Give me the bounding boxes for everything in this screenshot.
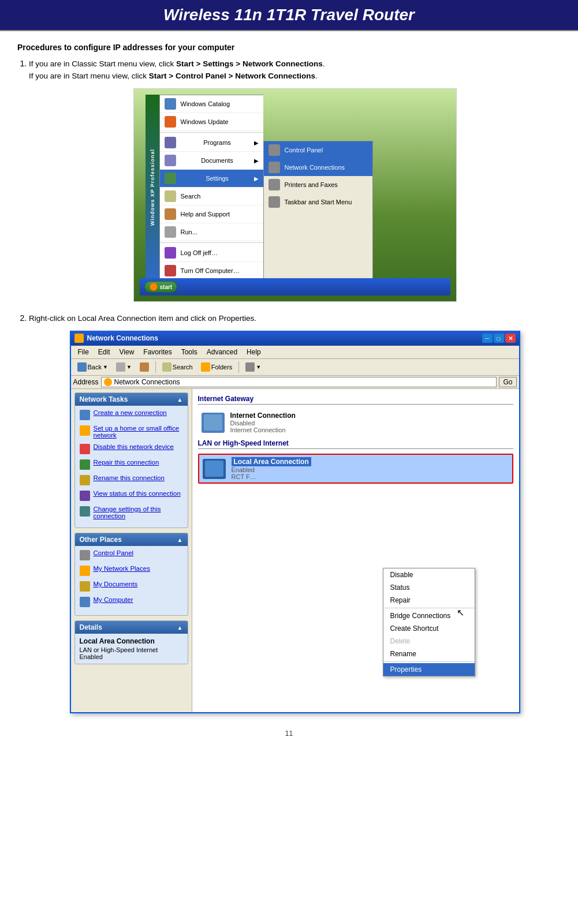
sm-right-controlpanel[interactable]: Control Panel (264, 141, 372, 159)
folders-button[interactable]: Folders (198, 361, 236, 373)
screenshot-1-container: Windows XP Professional Windows Catalog … (29, 88, 561, 302)
menu-tools[interactable]: Tools (177, 347, 202, 357)
ctx-properties[interactable]: Properties (383, 663, 475, 676)
search-toolbar-icon (162, 362, 171, 372)
menu-favorites[interactable]: Favorites (139, 347, 176, 357)
internet-gateway-item[interactable]: Internet Connection Disabled Internet Co… (198, 409, 513, 436)
nc-main-area: Network Tasks ▲ Create a new connection (71, 389, 519, 712)
network-tasks-arrow: ▲ (177, 396, 183, 403)
menu-advanced[interactable]: Advanced (202, 347, 242, 357)
details-sub1: LAN or High-Speed Internet (80, 646, 183, 653)
sm-item-update[interactable]: Windows Update (160, 113, 263, 131)
back-icon (77, 362, 87, 372)
xp-banner: Windows XP Professional (146, 95, 159, 280)
menu-edit[interactable]: Edit (94, 347, 115, 357)
toolbar-sep-1 (155, 361, 156, 373)
rename-icon (80, 475, 90, 485)
titlebar-left: Network Connections (74, 334, 158, 343)
page-title: Wireless 11n 1T1R Travel Router (0, 0, 578, 31)
go-button[interactable]: Go (499, 377, 516, 387)
address-field[interactable]: Network Connections (101, 377, 497, 387)
network-places-link[interactable]: My Network Places (80, 565, 183, 576)
minimize-button[interactable]: ─ (482, 334, 493, 343)
titlebar: Network Connections ─ □ ✕ (71, 331, 519, 346)
address-label: Address (73, 378, 99, 386)
lan-connection-item[interactable]: Local Area Connection Enabled RCT F… (198, 454, 513, 484)
up-button[interactable] (137, 361, 152, 373)
cursor-indicator: ↖ (457, 607, 464, 618)
ctx-disable[interactable]: Disable (383, 568, 475, 581)
back-button[interactable]: Back ▼ (74, 361, 111, 373)
network-tasks-header[interactable]: Network Tasks ▲ (75, 393, 188, 406)
change-settings-link[interactable]: Change settings of this connection (80, 506, 183, 519)
ctx-status[interactable]: Status (383, 581, 475, 594)
sm-right-netconnections[interactable]: Network Connections (264, 159, 372, 176)
start-menu: Windows XP Professional Windows Catalog … (146, 95, 373, 280)
my-computer-icon (80, 597, 90, 607)
section-title: Procedures to configure IP addresses for… (17, 43, 561, 52)
menubar: File Edit View Favorites Tools Advanced … (71, 346, 519, 359)
ctx-repair[interactable]: Repair (383, 594, 475, 607)
sm-item-help[interactable]: Help and Support (160, 205, 263, 223)
search-button[interactable]: Search (159, 361, 196, 373)
rename-connection-link[interactable]: Rename this connection (80, 474, 183, 485)
details-section: Details ▲ Local Area Connection LAN or H… (74, 620, 188, 664)
forward-button[interactable]: ▼ (113, 361, 135, 373)
other-places-section: Other Places ▲ Control Panel (74, 533, 188, 616)
settings-icon (165, 173, 176, 184)
view-status-link[interactable]: View status of this connection (80, 490, 183, 501)
nc-content: Internet Gateway Internet Connection Dis… (192, 389, 519, 712)
close-button[interactable]: ✕ (505, 334, 516, 343)
details-arrow: ▲ (177, 624, 183, 631)
sm-item-docs[interactable]: Documents ▶ (160, 152, 263, 170)
details-body: Local Area Connection LAN or High-Speed … (75, 634, 188, 664)
ctx-shortcut[interactable]: Create Shortcut (383, 622, 475, 635)
sm-item-logoff[interactable]: Log Off jeff… (160, 244, 263, 262)
maximize-button[interactable]: □ (494, 334, 504, 343)
screenshot-1: Windows XP Professional Windows Catalog … (133, 88, 457, 302)
menu-view[interactable]: View (115, 347, 139, 357)
lan-connection-icon (203, 459, 226, 479)
step1-line1: If you are in Classic Start menu view, c… (29, 59, 561, 68)
step-1: If you are in Classic Start menu view, c… (29, 59, 561, 302)
sm-item-run[interactable]: Run... (160, 223, 263, 241)
sm-item-programs[interactable]: Programs ▶ (160, 134, 263, 152)
sm-item-search[interactable]: Search (160, 188, 263, 205)
home-network-link[interactable]: Set up a home or small office network (80, 425, 183, 439)
catalog-icon (165, 98, 176, 110)
create-new-connection-link[interactable]: Create a new connection (80, 409, 183, 420)
sm-right-taskbar[interactable]: Taskbar and Start Menu (264, 193, 372, 211)
my-documents-link[interactable]: My Documents (80, 581, 183, 592)
menu-file[interactable]: File (73, 347, 94, 357)
my-computer-link[interactable]: My Computer (80, 596, 183, 607)
ctx-rename[interactable]: Rename (383, 648, 475, 660)
address-icon (104, 378, 112, 386)
internet-gateway-icon (202, 413, 225, 433)
address-value: Network Connections (114, 378, 180, 386)
toolbar-sep-2 (238, 361, 239, 373)
windows-logo-icon (150, 283, 158, 291)
address-bar: Address Network Connections Go (71, 376, 519, 389)
sm-item-settings[interactable]: Settings ▶ (160, 170, 263, 188)
control-panel-link[interactable]: Control Panel (80, 549, 183, 560)
sm-item-turnoff[interactable]: Turn Off Computer… (160, 262, 263, 280)
menu-help[interactable]: Help (242, 347, 266, 357)
controlpanel-icon (269, 144, 280, 156)
repair-icon (80, 459, 90, 470)
disable-network-link[interactable]: Disable this network device (80, 443, 183, 454)
ctx-delete: Delete (383, 635, 475, 648)
search-icon (165, 190, 176, 202)
sm-right-printers[interactable]: Printers and Faxes (264, 176, 372, 193)
other-places-header[interactable]: Other Places ▲ (75, 533, 188, 546)
views-button[interactable]: ▼ (243, 361, 264, 373)
start-button[interactable]: start (144, 281, 178, 293)
logoff-icon (165, 247, 176, 259)
lan-connection-text: Local Area Connection Enabled RCT F… (232, 457, 311, 480)
steps-list: If you are in Classic Start menu view, c… (17, 59, 561, 713)
repair-connection-link[interactable]: Repair this connection (80, 459, 183, 470)
folders-icon (201, 362, 210, 372)
details-header[interactable]: Details ▲ (75, 621, 188, 634)
sm-item-catalog[interactable]: Windows Catalog (160, 95, 263, 113)
forward-icon (116, 362, 125, 372)
other-places-arrow: ▲ (177, 537, 183, 543)
